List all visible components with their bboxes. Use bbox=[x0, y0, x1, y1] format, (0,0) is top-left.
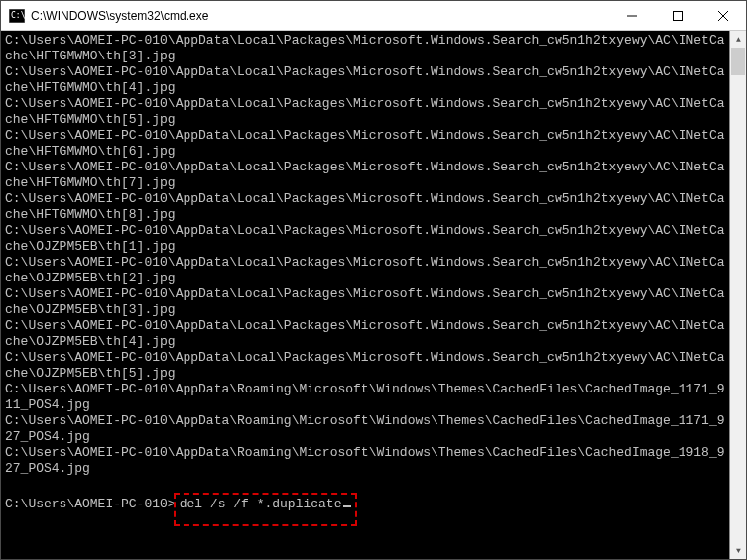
window-titlebar: C:\ C:\WINDOWS\system32\cmd.exe bbox=[1, 1, 746, 31]
output-line: C:\Users\AOMEI-PC-010\AppData\Roaming\Mi… bbox=[5, 413, 726, 445]
output-line: C:\Users\AOMEI-PC-010\AppData\Roaming\Mi… bbox=[5, 382, 726, 413]
output-line: C:\Users\AOMEI-PC-010\AppData\Local\Pack… bbox=[5, 350, 726, 382]
window-title: C:\WINDOWS\system32\cmd.exe bbox=[31, 9, 609, 23]
output-line: C:\Users\AOMEI-PC-010\AppData\Local\Pack… bbox=[5, 318, 726, 350]
window-controls bbox=[609, 1, 746, 30]
vertical-scrollbar[interactable]: ▲ ▼ bbox=[729, 31, 746, 559]
svg-rect-3 bbox=[674, 12, 683, 21]
minimize-button[interactable] bbox=[609, 1, 655, 31]
prompt-text: C:\Users\AOMEI-PC-010> bbox=[5, 497, 176, 512]
cursor bbox=[343, 505, 351, 507]
output-line: C:\Users\AOMEI-PC-010\AppData\Local\Pack… bbox=[5, 160, 726, 191]
close-button[interactable] bbox=[700, 1, 746, 31]
svg-text:C:\: C:\ bbox=[11, 11, 25, 20]
scroll-thumb[interactable] bbox=[731, 48, 745, 75]
terminal-area[interactable]: C:\Users\AOMEI-PC-010\AppData\Local\Pack… bbox=[1, 31, 746, 559]
output-line: C:\Users\AOMEI-PC-010\AppData\Local\Pack… bbox=[5, 286, 726, 318]
prompt-line: C:\Users\AOMEI-PC-010>del /s /f *.duplic… bbox=[5, 493, 746, 526]
command-text[interactable]: del /s /f *.duplicate bbox=[180, 497, 342, 511]
output-line: C:\Users\AOMEI-PC-010\AppData\Local\Pack… bbox=[5, 33, 726, 64]
output-line: C:\Users\AOMEI-PC-010\AppData\Local\Pack… bbox=[5, 223, 726, 255]
output-line: C:\Users\AOMEI-PC-010\AppData\Local\Pack… bbox=[5, 64, 726, 96]
scroll-down-arrow[interactable]: ▼ bbox=[730, 542, 746, 559]
maximize-button[interactable] bbox=[655, 1, 700, 31]
terminal-output: C:\Users\AOMEI-PC-010\AppData\Local\Pack… bbox=[5, 33, 726, 477]
command-highlight: del /s /f *.duplicate bbox=[174, 493, 358, 526]
scroll-up-arrow[interactable]: ▲ bbox=[730, 31, 746, 48]
output-line: C:\Users\AOMEI-PC-010\AppData\Local\Pack… bbox=[5, 96, 726, 128]
output-line: C:\Users\AOMEI-PC-010\AppData\Local\Pack… bbox=[5, 255, 726, 286]
output-line: C:\Users\AOMEI-PC-010\AppData\Roaming\Mi… bbox=[5, 445, 726, 477]
cmd-icon: C:\ bbox=[9, 8, 25, 24]
output-line: C:\Users\AOMEI-PC-010\AppData\Local\Pack… bbox=[5, 191, 726, 223]
output-line: C:\Users\AOMEI-PC-010\AppData\Local\Pack… bbox=[5, 128, 726, 160]
